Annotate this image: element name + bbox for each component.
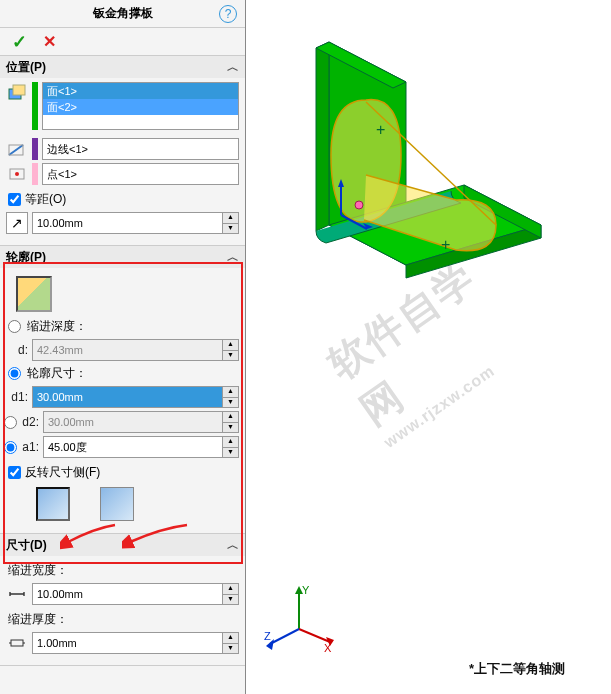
d2-radio[interactable]	[4, 416, 17, 429]
face-color-strip	[32, 82, 38, 130]
d2-label: d2:	[21, 415, 39, 429]
d1-field[interactable]: ▲▼	[32, 386, 239, 408]
edge-icon	[6, 138, 28, 160]
section-title: 尺寸(D)	[6, 537, 47, 554]
d-input	[33, 340, 222, 360]
svg-rect-1	[13, 85, 25, 95]
panel-header: 钣金角撑板 ?	[0, 0, 245, 28]
svg-rect-5	[11, 640, 23, 646]
section-title: 位置(P)	[6, 59, 46, 76]
flip-side-row[interactable]: 反转尺寸侧(F)	[8, 464, 239, 481]
a1-field[interactable]: ▲▼	[43, 436, 239, 458]
faces-listbox[interactable]: 面<1> 面<2>	[42, 82, 239, 130]
material-outside-button[interactable]	[36, 487, 70, 521]
view-orientation-label: *上下二等角轴测	[469, 660, 565, 678]
svg-line-24	[270, 629, 299, 644]
section-profile: 轮廓(P) ︿ 缩进深度： d: ▲▼	[0, 246, 245, 534]
panel-title: 钣金角撑板	[93, 5, 153, 22]
annotation-arrow	[60, 520, 120, 550]
spinner[interactable]: ▲▼	[222, 633, 238, 653]
section-dimension: 尺寸(D) ︿ 缩进宽度： ▲▼ 缩进厚度：	[0, 534, 245, 666]
depth-radio-row[interactable]: 缩进深度：	[8, 318, 239, 335]
point-color-strip	[32, 163, 38, 185]
offset-field[interactable]: ▲▼	[32, 212, 239, 234]
material-side-buttons	[36, 487, 239, 521]
offset-input[interactable]	[33, 213, 222, 233]
spinner[interactable]: ▲▼	[222, 584, 238, 604]
width-icon	[6, 583, 28, 605]
flip-side-label: 反转尺寸侧(F)	[25, 464, 100, 481]
chevron-up-icon: ︿	[227, 537, 239, 554]
spinner: ▲▼	[222, 340, 238, 360]
confirm-bar: ✓ ✕	[0, 28, 245, 56]
section-header-position[interactable]: 位置(P) ︿	[0, 56, 245, 78]
thickness-icon	[6, 632, 28, 654]
cancel-button[interactable]: ✕	[43, 32, 56, 51]
spin-down[interactable]: ▼	[223, 224, 238, 234]
point-input[interactable]	[43, 164, 238, 184]
d1-input[interactable]	[33, 387, 222, 407]
spinner[interactable]: ▲▼	[222, 437, 238, 457]
a1-label: a1:	[21, 440, 39, 454]
faces-icon	[6, 82, 28, 104]
thick-field[interactable]: ▲▼	[32, 632, 239, 654]
chevron-up-icon: ︿	[227, 249, 239, 266]
spin-up[interactable]: ▲	[223, 437, 238, 448]
edge-input[interactable]	[43, 139, 238, 159]
spin-down[interactable]: ▼	[223, 595, 238, 605]
material-inside-button[interactable]	[100, 487, 134, 521]
list-item[interactable]: 面<1>	[43, 83, 238, 99]
edge-field[interactable]	[42, 138, 239, 160]
width-input[interactable]	[33, 584, 222, 604]
thick-input[interactable]	[33, 633, 222, 653]
depth-radio[interactable]	[8, 320, 21, 333]
a1-radio[interactable]	[4, 441, 17, 454]
spin-down[interactable]: ▼	[223, 448, 238, 458]
spin-up[interactable]: ▲	[223, 213, 238, 224]
section-header-profile[interactable]: 轮廓(P) ︿	[0, 246, 245, 268]
property-panel: 钣金角撑板 ? ✓ ✕ 位置(P) ︿	[0, 0, 246, 694]
width-label: 缩进宽度：	[8, 562, 239, 579]
section-title: 轮廓(P)	[6, 249, 46, 266]
d2-input	[44, 412, 222, 432]
svg-marker-7	[316, 42, 329, 231]
annotation-arrow	[122, 520, 192, 550]
view-triad: Y X Z	[264, 584, 334, 654]
profile-type-button[interactable]	[16, 276, 52, 312]
offset-checkbox[interactable]	[8, 193, 21, 206]
d1-label: d1:	[6, 390, 28, 404]
depth-label: 缩进深度：	[27, 318, 87, 335]
spinner: ▲▼	[222, 412, 238, 432]
spinner[interactable]: ▲▼	[222, 213, 238, 233]
spin-down[interactable]: ▼	[223, 644, 238, 654]
section-position: 位置(P) ︿ 面<1> 面<2>	[0, 56, 245, 246]
spin-up[interactable]: ▲	[223, 584, 238, 595]
a1-input[interactable]	[44, 437, 222, 457]
spin-up[interactable]: ▲	[223, 387, 238, 398]
edge-color-strip	[32, 138, 38, 160]
size-radio-row[interactable]: 轮廓尺寸：	[8, 365, 239, 382]
spin-up[interactable]: ▲	[223, 633, 238, 644]
graphics-viewport[interactable]: 软件自学网 www.rjzxw.com	[246, 0, 611, 694]
panel-scroll[interactable]: 位置(P) ︿ 面<1> 面<2>	[0, 56, 245, 694]
offset-checkbox-row[interactable]: 等距(O)	[8, 191, 239, 208]
width-field[interactable]: ▲▼	[32, 583, 239, 605]
help-icon[interactable]: ?	[219, 5, 237, 23]
point-field[interactable]	[42, 163, 239, 185]
svg-text:Y: Y	[302, 584, 310, 596]
d-label: d:	[6, 343, 28, 357]
ok-button[interactable]: ✓	[12, 31, 27, 53]
spinner[interactable]: ▲▼	[222, 387, 238, 407]
sketch-point-icon: +	[376, 121, 385, 138]
chevron-up-icon: ︿	[227, 59, 239, 76]
svg-text:Z: Z	[264, 630, 271, 642]
flip-direction-button[interactable]: ↗	[6, 212, 28, 234]
spin-down[interactable]: ▼	[223, 398, 238, 408]
list-item[interactable]: 面<2>	[43, 99, 238, 115]
svg-point-17	[355, 201, 363, 209]
flip-side-checkbox[interactable]	[8, 466, 21, 479]
point-icon	[6, 163, 28, 185]
size-radio[interactable]	[8, 367, 21, 380]
d-field: ▲▼	[32, 339, 239, 361]
sketch-point-icon: +	[441, 236, 450, 253]
